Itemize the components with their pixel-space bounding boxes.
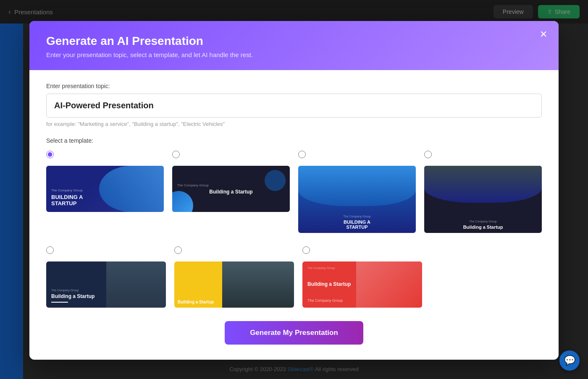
template-item-2[interactable]: The Company Group Building a Startup [172, 151, 290, 233]
template-3-company: The Company Group [343, 215, 370, 218]
template-5-line [51, 302, 68, 303]
template-3-img [298, 166, 416, 206]
template-preview-2: The Company Group Building a Startup [172, 166, 290, 212]
template-radio-5[interactable] [46, 246, 54, 254]
topic-hint: for example: "Marketing a service", "Bui… [46, 121, 542, 127]
template-select-label: Select a template: [46, 137, 542, 144]
template-2-content: The Company Group Building a Startup [172, 178, 290, 200]
template-6-left: Building a Startup [174, 261, 222, 308]
template-7-heading: Building a Startup [307, 281, 417, 287]
template-item-7[interactable]: The Company Group Building a Startup The… [302, 246, 422, 308]
template-radio-row-2 [172, 151, 180, 160]
template-item-3[interactable]: The Company Group BUILDING ASTARTUP [298, 151, 416, 233]
modal-body: Enter presentation topic: for example: "… [29, 70, 559, 360]
template-preview-7: The Company Group Building a Startup The… [302, 261, 422, 308]
template-4-img [424, 166, 542, 203]
template-preview-5: The Company Group Building a Startup [46, 261, 166, 308]
template-4-heading: Building a Startup [463, 225, 503, 230]
template-4-company: The Company Group [469, 220, 496, 223]
template-radio-row-6 [174, 246, 182, 256]
template-preview-4: The Company Group Building a Startup [424, 166, 542, 233]
template-5-company: The Company Group [51, 289, 161, 292]
template-thumb-6: Building a Startup [174, 261, 294, 308]
template-item-6[interactable]: Building a Startup [174, 246, 294, 308]
template-thumb-1: The Company Group BUILDING ASTARTUP [46, 166, 164, 212]
template-preview-1: The Company Group BUILDING ASTARTUP [46, 166, 164, 212]
template-radio-row-5 [46, 246, 54, 256]
template-1-company: The Company Group [51, 188, 159, 192]
topic-input[interactable] [46, 94, 542, 118]
template-item-5[interactable]: The Company Group Building a Startup [46, 246, 166, 308]
ai-presentation-modal: Generate an AI Presentation Enter your p… [29, 21, 559, 360]
close-modal-button[interactable]: ✕ [537, 28, 550, 41]
template-item-1[interactable]: The Company Group BUILDING ASTARTUP [46, 151, 164, 233]
template-5-img [106, 261, 166, 308]
template-thumb-5: The Company Group Building a Startup [46, 261, 166, 308]
templates-grid-row2: The Company Group Building a Startup Bui… [46, 246, 542, 308]
template-preview-3: The Company Group BUILDING ASTARTUP [298, 166, 416, 233]
template-radio-3[interactable] [298, 151, 306, 158]
template-6-right [222, 261, 294, 308]
modal-subtitle: Enter your presentation topic, select a … [46, 51, 542, 58]
template-3-heading: BUILDING ASTARTUP [344, 220, 370, 230]
template-thumb-2: The Company Group Building a Startup [172, 166, 290, 212]
template-6-heading: Building a Startup [178, 300, 214, 304]
template-item-4[interactable]: The Company Group Building a Startup [424, 151, 542, 233]
chat-icon: 💬 [564, 355, 575, 366]
template-thumb-3: The Company Group BUILDING ASTARTUP [298, 166, 416, 233]
template-7-label: The Company Group [307, 298, 417, 303]
template-radio-2[interactable] [172, 151, 180, 158]
generate-presentation-button[interactable]: Generate My Presentation [225, 321, 363, 345]
template-2-company: The Company Group [177, 183, 285, 187]
template-thumb-7: The Company Group Building a Startup The… [302, 261, 422, 308]
template-radio-1[interactable] [46, 151, 54, 158]
template-preview-6: Building a Startup [174, 261, 294, 308]
chat-support-button[interactable]: 💬 [559, 350, 580, 371]
template-radio-row-4 [424, 151, 432, 160]
generate-button-wrap: Generate My Presentation [46, 321, 542, 345]
template-radio-row-1 [46, 151, 54, 160]
topic-label: Enter presentation topic: [46, 83, 542, 89]
modal-title: Generate an AI Presentation [46, 34, 542, 48]
template-radio-6[interactable] [174, 246, 182, 254]
templates-grid-row1: The Company Group BUILDING ASTARTUP The … [46, 151, 542, 233]
template-thumb-4: The Company Group Building a Startup [424, 166, 542, 233]
template-radio-row-7 [302, 246, 310, 256]
template-radio-row-3 [298, 151, 306, 160]
template-7-company: The Company Group [307, 267, 417, 269]
template-radio-4[interactable] [424, 151, 432, 158]
template-2-heading: Building a Startup [177, 189, 285, 195]
template-5-heading: Building a Startup [51, 293, 161, 299]
template-radio-7[interactable] [302, 246, 310, 254]
template-1-heading: BUILDING ASTARTUP [51, 194, 159, 207]
modal-header: Generate an AI Presentation Enter your p… [29, 21, 559, 70]
